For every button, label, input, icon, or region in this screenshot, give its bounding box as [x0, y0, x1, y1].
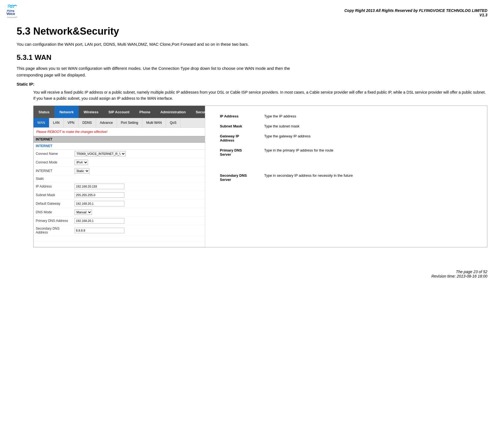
wan-desc: This page allows you to set WAN configur…	[17, 65, 487, 78]
field-label-ip-address: IP Address	[34, 182, 72, 191]
empty-row	[34, 242, 205, 247]
desc-row-spacer	[218, 160, 483, 171]
tab-security[interactable]: Security	[191, 106, 215, 118]
subnet-mask-input[interactable]	[74, 192, 124, 198]
table-row: Default Gateway	[34, 199, 205, 208]
table-row: Connect Name TR069_VOICE_INTERNET_R_VID_…	[34, 150, 205, 158]
subtab-advance[interactable]: Advance	[96, 118, 117, 127]
tab-sip-account[interactable]: SIP Account	[103, 106, 134, 118]
field-value-internet: Static	[72, 167, 205, 175]
wan-form-table: Connect Name TR069_VOICE_INTERNET_R_VID_…	[34, 150, 205, 247]
desc-row-primary-dns: Primary DNSServer Type in the primary IP…	[218, 145, 483, 160]
description-table: IP Address Type the IP address Subnet Ma…	[218, 111, 483, 185]
table-row: Subnet Mask	[34, 191, 205, 199]
table-row: Connect Mode IPv4	[34, 158, 205, 167]
logo-container: Flying Voice VoiceoverIP	[6, 3, 26, 22]
connect-name-select[interactable]: TR069_VOICE_INTERNET_R_VID_2	[74, 151, 126, 157]
desc-text-subnet: Type the subnet mask	[262, 121, 483, 131]
static-ip-label: Static IP:	[17, 82, 487, 86]
router-ui-panel: Status Network Wireless SIP Account Phon…	[34, 106, 205, 247]
desc-label-primary-dns: Primary DNSServer	[218, 145, 262, 160]
field-value-ip-address	[72, 182, 205, 191]
section-header: INTERNET	[34, 136, 205, 143]
subtab-vpn[interactable]: VPN	[64, 118, 79, 127]
desc-text-primary-dns: Type in the primary IP address for the r…	[262, 145, 483, 160]
desc-label-ip: IP Address	[218, 111, 262, 121]
intro-text: You can configuration the WAN port, LAN …	[17, 41, 487, 48]
field-value-static	[72, 175, 205, 182]
screenshot-area: Status Network Wireless SIP Account Phon…	[33, 106, 487, 247]
field-label-connect-mode: Connect Mode	[34, 158, 72, 167]
field-value-secondary-dns	[72, 225, 205, 236]
page-info: The page 23 of 52	[17, 270, 487, 274]
desc-label-subnet: Subnet Mask	[218, 121, 262, 131]
field-label-static: Static	[34, 175, 72, 182]
empty-row	[34, 236, 205, 242]
desc-row-ip: IP Address Type the IP address	[218, 111, 483, 121]
svg-text:VoiceoverIP: VoiceoverIP	[7, 16, 17, 18]
secondary-dns-input[interactable]	[74, 228, 124, 233]
table-row: IP Address	[34, 182, 205, 191]
subtab-multi-wan[interactable]: Multi WAN	[142, 118, 166, 127]
field-value-connect-mode: IPv4	[72, 158, 205, 167]
field-label-gateway: Default Gateway	[34, 199, 72, 208]
desc-label-gateway: Gateway IPAddress	[218, 131, 262, 145]
tab-phone[interactable]: Phone	[134, 106, 155, 118]
page-title: 5.3 Network&Security	[17, 25, 487, 37]
tab-network[interactable]: Network	[55, 106, 79, 118]
sub-nav: WAN LAN VPN DDNS Advance Port Setting Mu…	[34, 118, 205, 128]
subtab-wan[interactable]: WAN	[34, 118, 49, 127]
reboot-notice: Please REBOOT to make the changes effect…	[34, 128, 205, 136]
field-value-subnet-mask	[72, 191, 205, 199]
desc-row-secondary-dns: Secondary DNSServer Type in secondary IP…	[218, 171, 483, 185]
subtab-ddns[interactable]: DDNS	[79, 118, 96, 127]
table-row: INTERNET Static	[34, 167, 205, 175]
field-value-dns-mode: Manual	[72, 208, 205, 217]
field-label-dns-mode: DNS Mode	[34, 208, 72, 217]
table-row: DNS Mode Manual	[34, 208, 205, 217]
desc-text-gateway: Type the gateway IP address	[262, 131, 483, 145]
ip-address-input[interactable]	[74, 184, 124, 189]
description-panel: IP Address Type the IP address Subnet Ma…	[214, 106, 487, 247]
field-label-secondary-dns: Secondary DNS Address	[34, 225, 72, 236]
flyingvoice-logo: Flying Voice VoiceoverIP	[6, 3, 26, 21]
desc-text-ip: Type the IP address	[262, 111, 483, 121]
tab-status[interactable]: Status	[34, 106, 55, 118]
table-row: Secondary DNS Address	[34, 225, 205, 236]
dns-mode-select[interactable]: Manual	[74, 209, 92, 215]
desc-label-secondary-dns: Secondary DNSServer	[218, 171, 262, 185]
section-subheader: INTERNET	[34, 143, 205, 150]
revision-time: Revision time: 2013-08-16 18:00	[17, 274, 487, 278]
wan-section-title: 5.3.1 WAN	[17, 53, 487, 62]
tab-administration[interactable]: Administration	[155, 106, 191, 118]
static-ip-description: You will receive a fixed public IP addre…	[33, 89, 487, 102]
svg-text:Voice: Voice	[6, 12, 15, 16]
table-row: Static	[34, 175, 205, 182]
field-label-primary-dns: Primary DNS Address	[34, 217, 72, 225]
table-row: Primary DNS Address	[34, 217, 205, 225]
field-value-gateway	[72, 199, 205, 208]
field-label-connect-name: Connect Name	[34, 150, 72, 158]
desc-text-secondary-dns: Type in secondary IP address for necessi…	[262, 171, 483, 185]
header-copyright: Copy Right 2013 All Rights Reserved by F…	[17, 6, 487, 17]
internet-mode-select[interactable]: Static	[74, 168, 89, 174]
main-nav: Status Network Wireless SIP Account Phon…	[34, 106, 205, 118]
connect-mode-select[interactable]: IPv4	[74, 160, 88, 165]
footer: The page 23 of 52 Revision time: 2013-08…	[17, 270, 487, 284]
field-value-primary-dns	[72, 217, 205, 225]
field-value-connect-name: TR069_VOICE_INTERNET_R_VID_2	[72, 150, 205, 158]
subtab-port-setting[interactable]: Port Setting	[117, 118, 142, 127]
primary-dns-input[interactable]	[74, 218, 124, 224]
tab-wireless[interactable]: Wireless	[79, 106, 103, 118]
default-gateway-input[interactable]	[74, 201, 124, 206]
field-label-internet: INTERNET	[34, 167, 72, 175]
subtab-lan[interactable]: LAN	[49, 118, 64, 127]
desc-row-gateway: Gateway IPAddress Type the gateway IP ad…	[218, 131, 483, 145]
desc-row-subnet: Subnet Mask Type the subnet mask	[218, 121, 483, 131]
field-label-subnet-mask: Subnet Mask	[34, 191, 72, 199]
subtab-qos[interactable]: QoS	[166, 118, 181, 127]
